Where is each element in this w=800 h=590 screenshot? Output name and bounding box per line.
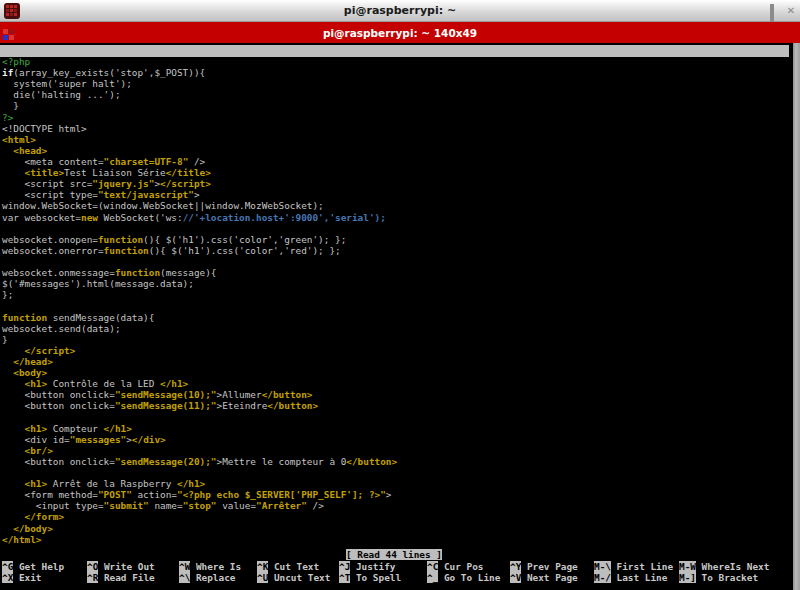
shortcut-label: Exit	[13, 572, 41, 583]
code-line: <body>	[2, 367, 790, 378]
code-area: <?phpif(array_key_exists('stop',$_POST))…	[2, 56, 790, 545]
minimize-icon[interactable]	[754, 6, 764, 16]
code-line	[2, 300, 790, 311]
omnipresent-icon[interactable]	[738, 6, 748, 16]
code-line: websocket.onerror=function(){ $('h1').cs…	[2, 245, 790, 256]
code-line: </head>	[2, 356, 790, 367]
code-line	[2, 223, 790, 234]
shortcut-label: To Spell	[350, 572, 401, 583]
terminal-titlebar[interactable]: pi@raspberrypi: ~ 140x49	[0, 22, 800, 43]
code-line: system('super halt');	[2, 78, 790, 89]
shortcut-key: M-\	[594, 561, 611, 572]
shortcut-label: Cut Text	[268, 561, 319, 572]
shortcut-label: Justify	[350, 561, 395, 572]
code-line: <script src="jquery.js"></script>	[2, 178, 790, 189]
nano-shortcut: ^T To Spell	[339, 572, 401, 583]
nano-shortcut: ^R Read File	[87, 572, 155, 583]
nano-shortcut: ^K Cut Text	[257, 561, 319, 572]
shortcut-label: Where Is	[190, 561, 241, 572]
nano-shortcut-row-2: ^X Exit^R Read File^\ Replace^U Uncut Te…	[2, 572, 790, 583]
code-line: <br/>	[2, 445, 790, 456]
shortcut-key: ^O	[87, 561, 98, 572]
shortcut-key: ^U	[257, 572, 268, 583]
shortcut-key: M-/	[594, 572, 611, 583]
code-line: <h1> Arrêt de la Raspberry </h1>	[2, 478, 790, 489]
shortcut-label: Last Line	[611, 572, 667, 583]
terminal-title: pi@raspberrypi: ~ 140x49	[0, 27, 800, 39]
code-line: </script>	[2, 345, 790, 356]
code-line: var websocket=new WebSocket('ws://'+loca…	[2, 212, 790, 223]
terminal-window: pi@raspberrypi: ~ ✕ pi@raspberrypi: ~ 14…	[0, 0, 800, 590]
code-line: function sendMessage(data){	[2, 312, 790, 323]
code-line: <h1> Compteur </h1>	[2, 423, 790, 434]
terminal-scrollbar[interactable]	[793, 43, 800, 590]
code-line: <script type="text/javascript">	[2, 189, 790, 200]
code-line	[2, 256, 790, 267]
shortcut-key: ^G	[2, 561, 13, 572]
nano-shortcut: ^_ Go To Line	[427, 572, 500, 583]
code-line: <!DOCTYPE html>	[2, 123, 790, 134]
shortcut-label: Read File	[98, 572, 154, 583]
shortcut-key: ^T	[339, 572, 350, 583]
code-line: <?php	[2, 56, 790, 67]
shortcut-label: Prev Page	[521, 561, 577, 572]
code-line: </html>	[2, 534, 790, 545]
code-line	[2, 412, 790, 423]
code-line: <head>	[2, 145, 790, 156]
shortcut-key: ^W	[179, 561, 190, 572]
code-line: <h1> Contrôle de la LED </h1>	[2, 378, 790, 389]
nano-shortcut: ^U Uncut Text	[257, 572, 330, 583]
shortcut-key: ^K	[257, 561, 268, 572]
nano-shortcut: ^X Exit	[2, 572, 42, 583]
code-line: if(array_key_exists('stop',$_POST)){	[2, 67, 790, 78]
shortcut-label: Get Help	[13, 561, 64, 572]
nano-shortcut: ^G Get Help	[2, 561, 64, 572]
shortcut-label: WhereIs Next	[696, 561, 769, 572]
shortcut-label: Cur Pos	[438, 561, 483, 572]
maximize-icon[interactable]	[770, 6, 780, 16]
code-line: <button onclick="sendMessage(10);">Allum…	[2, 389, 790, 400]
shortcut-label: Replace	[190, 572, 235, 583]
code-line: <button onclick="sendMessage(11);">Etein…	[2, 400, 790, 411]
nano-shortcut: M-\ First Line	[594, 561, 673, 572]
shortcut-label: Uncut Text	[268, 572, 330, 583]
code-line: }	[2, 334, 790, 345]
nano-shortcut: ^V Next Page	[510, 572, 578, 583]
shortcut-label: Write Out	[98, 561, 154, 572]
code-line: <input type="submit" name="stop" value="…	[2, 500, 790, 511]
code-line: $('#messages').html(message.data);	[2, 278, 790, 289]
code-line: window.WebSocket=(window.WebSocket||wind…	[2, 200, 790, 211]
terminal-icon	[3, 26, 15, 38]
shortcut-key: ^J	[339, 561, 350, 572]
code-line: <button onclick="sendMessage(20);">Mettr…	[2, 456, 790, 467]
code-line: }	[2, 100, 790, 111]
nano-shortcut: M-W WhereIs Next	[679, 561, 769, 572]
close-icon[interactable]: ✕	[786, 6, 796, 16]
nano-shortcut: ^O Write Out	[87, 561, 155, 572]
nano-status-message: [ Read 44 lines ]	[346, 549, 442, 560]
code-line: <html>	[2, 134, 790, 145]
nano-shortcut: ^W Where Is	[179, 561, 241, 572]
window-titlebar[interactable]: pi@raspberrypi: ~ ✕	[0, 0, 800, 22]
code-line: </body>	[2, 523, 790, 534]
nano-shortcut: ^J Justify	[339, 561, 395, 572]
nano-shortcut: M-] To Bracket	[679, 572, 758, 583]
terminal-screen[interactable]: File: /var/www/html/index.php GNU nano 2…	[0, 43, 800, 590]
code-line: die('halting ...');	[2, 89, 790, 100]
nano-shortcut: ^C Cur Pos	[427, 561, 483, 572]
window-controls: ✕	[738, 0, 796, 22]
shortcut-key: ^V	[510, 572, 521, 583]
window-title: pi@raspberrypi: ~	[0, 4, 800, 17]
code-line: <form method="POST" action="<?php echo $…	[2, 489, 790, 500]
shortcut-label: Next Page	[521, 572, 577, 583]
shortcut-label: To Bracket	[696, 572, 758, 583]
shortcut-key: ^_	[427, 572, 438, 583]
code-line: websocket.send(data);	[2, 323, 790, 334]
app-icon	[4, 3, 20, 19]
shortcut-key: M-W	[679, 561, 696, 572]
nano-shortcut: ^\ Replace	[179, 572, 235, 583]
nano-shortcut: ^Y Prev Page	[510, 561, 578, 572]
shortcut-key: ^X	[2, 572, 13, 583]
shortcut-label: Go To Line	[438, 572, 500, 583]
code-line: websocket.onopen=function(){ $('h1').css…	[2, 234, 790, 245]
